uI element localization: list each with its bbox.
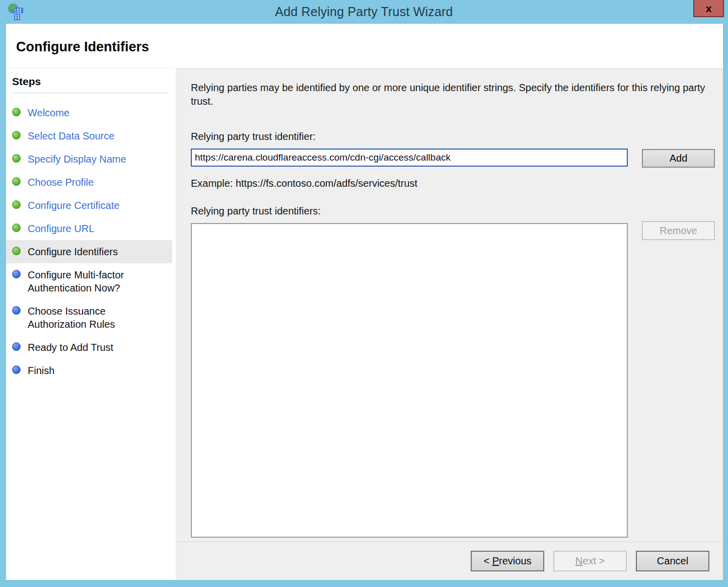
step-label: Ready to Add Trust [28, 341, 113, 354]
sidebar-step-configure-multi-factor-authentication-now: Configure Multi-factor Authentication No… [6, 263, 172, 300]
step-label: Welcome [28, 106, 69, 119]
step-label: Configure Multi-factor Authentication No… [28, 268, 154, 295]
identifiers-listbox[interactable] [191, 223, 628, 538]
page-header: Configure Identifiers [6, 24, 723, 68]
step-label: Configure Identifiers [28, 245, 118, 258]
step-pending-icon [12, 306, 21, 315]
title-bar: Add Relying Party Trust Wizard x [0, 0, 728, 24]
sidebar-step-choose-issuance-authorization-rules: Choose Issuance Authorization Rules [6, 300, 172, 336]
step-complete-icon [12, 131, 21, 139]
sidebar-step-configure-identifiers: Configure Identifiers [6, 240, 172, 263]
sidebar-step-choose-profile[interactable]: Choose Profile [6, 171, 172, 194]
step-pending-icon [12, 270, 21, 278]
window-title: Add Relying Party Trust Wizard [275, 5, 453, 19]
wizard-window: Add Relying Party Trust Wizard x Configu… [0, 0, 728, 587]
step-complete-icon [12, 200, 21, 209]
close-button[interactable]: x [693, 0, 724, 17]
step-complete-icon [12, 247, 21, 255]
step-complete-icon [12, 177, 21, 186]
wizard-dialog: Configure Identifiers Steps WelcomeSelec… [6, 24, 723, 580]
sidebar-step-specify-display-name[interactable]: Specify Display Name [6, 148, 172, 171]
add-button[interactable]: Add [642, 149, 715, 168]
step-label: Configure Certificate [28, 199, 119, 212]
sidebar-step-finish: Finish [6, 359, 172, 382]
page-description: Relying parties may be identified by one… [191, 81, 712, 108]
step-complete-icon [12, 108, 21, 116]
main-panel-wrap: Relying parties may be identified by one… [172, 68, 723, 580]
steps-sidebar: Steps WelcomeSelect Data SourceSpecify D… [6, 68, 172, 580]
step-label: Select Data Source [28, 129, 114, 142]
sidebar-step-select-data-source[interactable]: Select Data Source [6, 124, 172, 148]
identifier-input[interactable] [191, 149, 628, 167]
step-pending-icon [12, 342, 21, 351]
sidebar-step-configure-url[interactable]: Configure URL [6, 217, 172, 240]
step-pending-icon [12, 365, 21, 374]
page-title: Configure Identifiers [16, 39, 723, 55]
step-label: Choose Issuance Authorization Rules [28, 305, 154, 331]
close-icon: x [706, 3, 712, 14]
cancel-button[interactable]: Cancel [636, 551, 709, 571]
steps-list: WelcomeSelect Data SourceSpecify Display… [6, 93, 172, 382]
step-label: Configure URL [28, 222, 94, 235]
step-label: Specify Display Name [28, 153, 126, 166]
step-complete-icon [12, 224, 21, 232]
remove-button[interactable]: Remove [642, 221, 715, 240]
next-button[interactable]: Next > [553, 551, 627, 571]
previous-button[interactable]: < Previous [471, 551, 544, 571]
sidebar-step-configure-certificate[interactable]: Configure Certificate [6, 194, 172, 217]
step-label: Finish [28, 364, 54, 377]
main-panel: Relying parties may be identified by one… [176, 68, 723, 542]
step-complete-icon [12, 154, 21, 163]
footer-bar: < Previous Next > Cancel [176, 542, 723, 580]
identifiers-list-label: Relying party trust identifiers: [191, 205, 723, 217]
steps-heading: Steps [12, 76, 168, 93]
step-label: Choose Profile [28, 176, 94, 189]
sidebar-step-ready-to-add-trust: Ready to Add Trust [6, 336, 172, 359]
adfs-app-icon [6, 3, 25, 22]
sidebar-step-welcome[interactable]: Welcome [6, 101, 172, 124]
example-text: Example: https://fs.contoso.com/adfs/ser… [191, 178, 723, 189]
identifier-field-label: Relying party trust identifier: [191, 131, 723, 142]
